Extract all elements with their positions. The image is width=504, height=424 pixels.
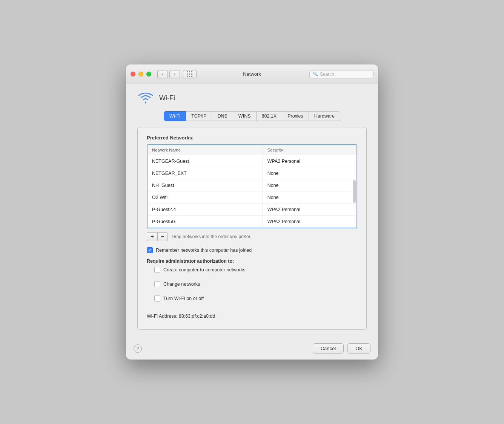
cell-network: P-Guest5G [148, 217, 263, 227]
nav-buttons: ‹ › [157, 70, 180, 78]
admin-option-1-checkbox[interactable] [154, 267, 160, 273]
cell-security: None [263, 181, 356, 190]
cell-security: WPA2 Personal [263, 205, 356, 214]
admin-section-label: Require administrator authorization to: [147, 259, 357, 264]
grid-icon [187, 71, 193, 77]
footer: ? Cancel OK [126, 339, 378, 360]
cell-network: NETGEAR-Guest [148, 156, 263, 166]
table-row[interactable]: NH_Guest None [148, 179, 356, 191]
add-remove-group: + − [147, 232, 168, 241]
wifi-address-label: Wi-Fi Address: [147, 314, 177, 319]
settings-panel: Preferred Networks: Network Name Securit… [137, 127, 367, 330]
back-button[interactable]: ‹ [157, 70, 168, 78]
col-header-network: Network Name [148, 147, 263, 153]
grid-view-button[interactable] [183, 70, 197, 78]
forward-button[interactable]: › [169, 70, 180, 78]
tab-wifi[interactable]: Wi-Fi [164, 111, 186, 121]
content-area: Wi-Fi Wi-Fi TCP/IP DNS WINS 802.1X Proxi… [126, 84, 378, 339]
admin-option-2-label: Change networks [163, 282, 200, 287]
wifi-label: Wi-Fi [159, 94, 175, 102]
cell-security: WPA2 Personal [263, 217, 356, 227]
table-header: Network Name Security [148, 145, 356, 155]
minimize-button[interactable] [138, 72, 143, 77]
admin-option-3-checkbox[interactable] [154, 295, 160, 302]
cell-security: None [263, 193, 356, 202]
cell-network: P-Guest2.4 [148, 205, 263, 214]
back-icon: ‹ [162, 72, 163, 77]
footer-buttons: Cancel OK [313, 343, 370, 354]
help-button[interactable]: ? [134, 344, 142, 353]
tab-dns[interactable]: DNS [212, 111, 233, 121]
table-row[interactable]: NETGEAR_EXT None [148, 167, 356, 179]
wifi-icon [137, 92, 154, 104]
wifi-address-row: Wi-Fi Address: 88:63:df:c2:a0:dd [147, 314, 357, 319]
networks-table[interactable]: Network Name Security NETGEAR-Guest WPA2… [147, 144, 357, 228]
tab-8021x[interactable]: 802.1X [257, 111, 283, 121]
remember-networks-row[interactable]: Remember networks this computer has join… [147, 247, 357, 253]
close-button[interactable] [131, 72, 135, 77]
col-header-security: Security [263, 147, 356, 153]
search-box[interactable]: 🔍 Search [309, 70, 373, 78]
maximize-button[interactable] [146, 72, 151, 77]
search-placeholder: Search [320, 72, 334, 77]
admin-option-2-row[interactable]: Change networks [154, 281, 357, 287]
controls-row: + − Drag networks into the order you pre… [147, 232, 357, 241]
remove-network-button[interactable]: − [157, 232, 168, 241]
admin-option-1-label: Create computer-to-computer networks [163, 267, 245, 272]
tab-wins[interactable]: WINS [233, 111, 257, 121]
tab-hardware[interactable]: Hardware [309, 111, 340, 121]
network-window: ‹ › Network 🔍 Search [126, 64, 378, 360]
wifi-address-mac: 88:63:df:c2:a0:dd [179, 314, 215, 319]
remember-networks-checkbox[interactable] [147, 247, 153, 253]
admin-option-3-label: Turn Wi-Fi on or off [163, 296, 204, 301]
ok-button[interactable]: OK [347, 343, 370, 354]
admin-option-1-row[interactable]: Create computer-to-computer networks [154, 267, 357, 273]
titlebar: ‹ › Network 🔍 Search [126, 64, 378, 84]
drag-hint-text: Drag networks into the order you prefer. [172, 234, 251, 239]
search-icon: 🔍 [313, 72, 318, 77]
table-row[interactable]: NETGEAR-Guest WPA2 Personal [148, 155, 356, 167]
table-row[interactable]: P-Guest2.4 WPA2 Personal [148, 204, 356, 216]
preferred-networks-label: Preferred Networks: [147, 135, 357, 141]
tab-tcpip[interactable]: TCP/IP [186, 111, 212, 121]
table-row[interactable]: O2 Wifi None [148, 191, 356, 204]
admin-option-2-checkbox[interactable] [154, 281, 160, 287]
remember-networks-label: Remember networks this computer has join… [156, 248, 252, 253]
tabs-bar: Wi-Fi TCP/IP DNS WINS 802.1X Proxies Har… [137, 111, 367, 121]
cell-network: NH_Guest [148, 181, 263, 190]
window-title: Network [243, 71, 261, 77]
admin-options: Create computer-to-computer networks Cha… [154, 267, 357, 307]
table-body: NETGEAR-Guest WPA2 Personal NETGEAR_EXT … [148, 155, 356, 228]
cancel-button[interactable]: Cancel [313, 343, 344, 354]
traffic-lights [131, 72, 151, 77]
cell-security: None [263, 168, 356, 178]
add-network-button[interactable]: + [147, 232, 157, 241]
forward-icon: › [174, 72, 175, 77]
cell-network: O2 Wifi [148, 193, 263, 202]
cell-network: NETGEAR_EXT [148, 168, 263, 178]
cell-security: WPA2 Personal [263, 156, 356, 166]
tab-proxies[interactable]: Proxies [282, 111, 309, 121]
table-row[interactable]: P-Guest5G WPA2 Personal [148, 216, 356, 228]
admin-option-3-row[interactable]: Turn Wi-Fi on or off [154, 295, 357, 302]
wifi-header: Wi-Fi [137, 92, 367, 104]
scrollbar[interactable] [353, 180, 356, 203]
